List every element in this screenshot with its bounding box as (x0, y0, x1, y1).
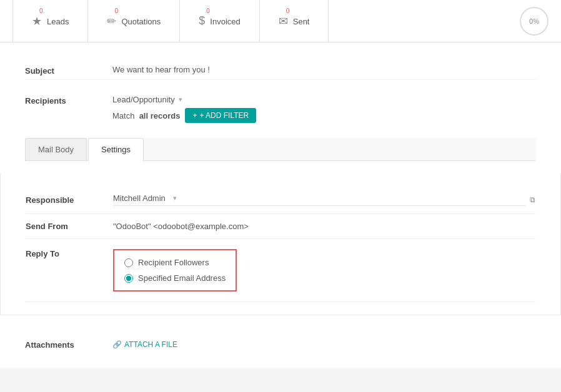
match-row: Match all records + + ADD FILTER (112, 108, 536, 123)
plus-icon: + (192, 111, 197, 120)
invoiced-label: Invoiced (210, 17, 240, 26)
mail-icon: ✉ (279, 14, 288, 28)
invoiced-count: 0 (206, 7, 210, 14)
reply-to-label: Reply To (26, 247, 113, 258)
responsible-row: Responsible Mitchell Admin ▾ ⧉ (26, 186, 535, 214)
recipients-row: Recipients Lead/Opportunity ▾ Match all … (25, 91, 536, 127)
recipients-select-wrapper: Lead/Opportunity ▾ (112, 95, 536, 104)
responsible-select-row: Mitchell Admin ▾ (113, 194, 526, 206)
add-filter-button[interactable]: + + ADD FILTER (185, 108, 256, 123)
attach-file-button[interactable]: 🔗 ATTACH A FILE (112, 340, 177, 349)
responsible-selected: Mitchell Admin (113, 194, 166, 203)
leads-label: Leads (47, 17, 69, 26)
subject-label: Subject (25, 65, 112, 76)
reply-to-radio-group: Recipient Followers Specified Email Addr… (124, 258, 226, 283)
responsible-value: Mitchell Admin ▾ ⧉ (113, 194, 535, 206)
mail-tab-bar: Mail Body Settings (25, 138, 536, 161)
pencil-icon: ✏ (107, 14, 116, 28)
form-section: Subject Recipients Lead/Opportunity ▾ Ma… (25, 55, 536, 127)
add-filter-label: + ADD FILTER (199, 111, 249, 120)
tab-quotations[interactable]: ✏ 0 Quotations (88, 0, 180, 42)
recipients-selected-value: Lead/Opportunity (112, 95, 175, 104)
chevron-down-icon: ▾ (179, 96, 182, 104)
progress-circle: 0% (520, 7, 549, 36)
responsible-label: Responsible (26, 195, 113, 205)
tab-sent[interactable]: ✉ 0 Sent (260, 0, 329, 42)
subject-value (112, 65, 536, 74)
quotations-label: Quotations (121, 17, 161, 26)
tab-invoiced[interactable]: $ 0 Invoiced (180, 0, 259, 42)
reply-to-recipient-followers[interactable]: Recipient Followers (124, 258, 226, 267)
quotations-count: 0 (114, 7, 118, 14)
attachments-section: Attachments 🔗 ATTACH A FILE (0, 315, 561, 368)
subject-input[interactable] (112, 65, 536, 74)
send-from-address: "OdooBot" <odoobot@example.com> (113, 222, 249, 231)
reply-to-specified-email[interactable]: Specified Email Address (124, 273, 226, 283)
progress-value: 0% (529, 17, 539, 25)
star-icon: ★ (32, 14, 42, 28)
recipients-label: Recipients (25, 95, 112, 105)
send-from-row: Send From "OdooBot" <odoobot@example.com… (26, 214, 535, 239)
recipient-followers-label: Recipient Followers (138, 258, 209, 267)
specified-email-label: Specified Email Address (138, 273, 226, 283)
reply-to-options-wrapper: Recipient Followers Specified Email Addr… (113, 247, 237, 294)
radio-recipient-followers[interactable] (124, 258, 133, 267)
main-form-area: Subject Recipients Lead/Opportunity ▾ Ma… (0, 42, 561, 174)
sent-count: 0 (286, 7, 290, 14)
attach-file-label: ATTACH A FILE (124, 340, 177, 349)
match-text: Match all records (112, 111, 180, 120)
tab-leads[interactable]: ★ 0 Leads (12, 0, 88, 42)
radio-specified-email[interactable] (124, 274, 133, 283)
recipients-value: Lead/Opportunity ▾ Match all records + +… (112, 95, 536, 123)
attachments-label: Attachments (25, 340, 112, 350)
attachments-row: Attachments 🔗 ATTACH A FILE (25, 328, 536, 356)
paperclip-icon: 🔗 (112, 340, 122, 349)
send-from-label: Send From (26, 222, 113, 231)
sent-label: Sent (293, 17, 310, 26)
reply-to-section: Recipient Followers Specified Email Addr… (113, 249, 237, 292)
leads-count: 0 (39, 7, 43, 14)
subject-row: Subject (25, 61, 536, 80)
chevron-down-icon: ▾ (173, 194, 177, 202)
dollar-icon: $ (199, 14, 205, 27)
tab-mail-body[interactable]: Mail Body (25, 138, 87, 160)
reply-to-row: Reply To Recipient Followers Specified E… (26, 239, 535, 302)
attachments-content: 🔗 ATTACH A FILE (112, 340, 177, 349)
settings-panel: Responsible Mitchell Admin ▾ ⧉ Send From… (0, 174, 561, 315)
stat-tabs-bar: ★ 0 Leads ✏ 0 Quotations $ 0 Invoiced ✉ … (0, 0, 561, 42)
tab-settings[interactable]: Settings (88, 138, 144, 161)
send-from-value: "OdooBot" <odoobot@example.com> (113, 222, 535, 231)
external-link-icon[interactable]: ⧉ (530, 195, 535, 204)
